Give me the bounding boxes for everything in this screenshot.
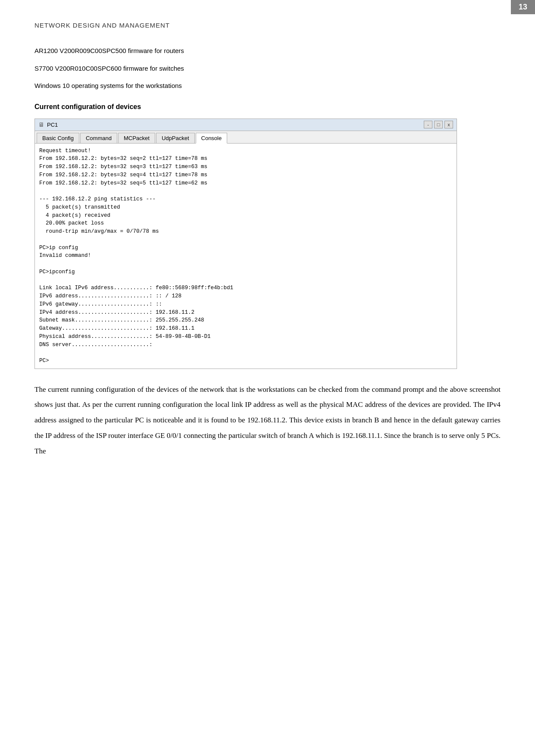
pc1-title-icon: 🖥: [38, 121, 44, 128]
pc1-window-controls: - □ x: [424, 121, 453, 128]
page-header-title: NETWORK DESIGN AND MANAGEMENT: [34, 22, 501, 29]
maximize-button[interactable]: □: [434, 121, 443, 128]
firmware-line-1: AR1200 V200R009C00SPC500 firmware for ro…: [34, 46, 501, 56]
pc1-console-output: Request timeout! From 192.168.12.2: byte…: [35, 144, 457, 369]
tab-console[interactable]: Console: [196, 133, 228, 144]
section-heading-config: Current configuration of devices: [34, 103, 501, 111]
tab-udppacket[interactable]: UdpPacket: [156, 133, 195, 143]
close-button[interactable]: x: [444, 121, 453, 128]
firmware-line-3: Windows 10 operating systems for the wor…: [34, 81, 501, 91]
tab-mcpacket[interactable]: MCPacket: [118, 133, 155, 143]
pc1-titlebar: 🖥 PC1 - □ x: [35, 119, 457, 131]
tab-basic-config[interactable]: Basic Config: [37, 133, 79, 143]
pc1-title-text: PC1: [47, 122, 58, 128]
pc1-tab-bar: Basic Config Command MCPacket UdpPacket …: [35, 131, 457, 144]
pc1-title: 🖥 PC1: [38, 121, 58, 128]
minimize-button[interactable]: -: [424, 121, 432, 128]
body-paragraph: The current running configuration of the…: [34, 382, 501, 459]
pc1-window: 🖥 PC1 - □ x Basic Config Command MCPacke…: [34, 119, 457, 369]
tab-command[interactable]: Command: [80, 133, 117, 143]
page-number: 13: [511, 0, 535, 14]
firmware-line-2: S7700 V200R010C00SPC600 firmware for swi…: [34, 64, 501, 74]
